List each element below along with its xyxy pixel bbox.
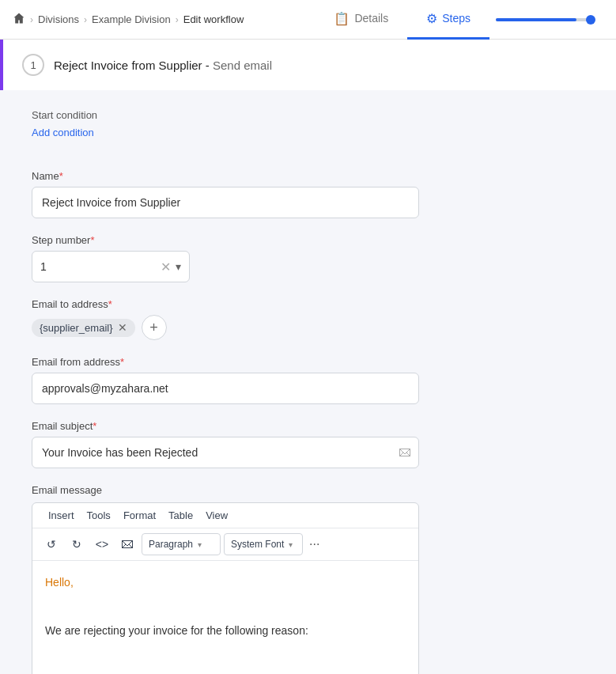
email-to-label: Email to address* bbox=[32, 298, 584, 310]
progress-dot bbox=[586, 15, 595, 25]
email-subject-wrapper: 🖂 bbox=[32, 437, 419, 468]
select-chevron-icon[interactable]: ▾ bbox=[176, 260, 181, 273]
step-title: Reject Invoice from Supplier - Send emai… bbox=[54, 59, 272, 72]
email-to-tag-remove[interactable]: ✕ bbox=[118, 322, 127, 333]
email-to-tag-value: {supplier_email} bbox=[40, 322, 113, 334]
select-clear-icon[interactable]: ✕ bbox=[161, 259, 171, 275]
step-number-field-group: Step number* 1 ✕ ▾ bbox=[32, 234, 584, 282]
email-to-field-group: Email to address* {supplier_email} ✕ + bbox=[32, 298, 584, 340]
breadcrumb-example-division[interactable]: Example Division bbox=[92, 13, 171, 25]
menu-table[interactable]: Table bbox=[162, 508, 199, 523]
select-icons: ✕ ▾ bbox=[161, 259, 181, 275]
step-header: 1 Reject Invoice from Supplier - Send em… bbox=[0, 40, 616, 90]
editor-line-variable: {internal_comments} bbox=[45, 670, 406, 674]
email-subject-label: Email subject* bbox=[32, 420, 584, 432]
email-from-label: Email from address* bbox=[32, 356, 584, 368]
start-condition-group: Start condition Add condition bbox=[32, 109, 584, 154]
details-icon: 📋 bbox=[334, 11, 350, 26]
editor-toolbar: ↺ ↻ <> 🖂 Paragraph ▾ System Font ▾ ··· bbox=[32, 528, 418, 561]
steps-icon: ⚙ bbox=[426, 11, 437, 26]
breadcrumb-separator-1: › bbox=[30, 14, 33, 25]
tab-details[interactable]: 📋 Details bbox=[315, 0, 407, 40]
top-nav: › Divisions › Example Division › Edit wo… bbox=[0, 0, 616, 40]
breadcrumb-separator-2: › bbox=[84, 14, 87, 25]
email-to-required: * bbox=[108, 298, 112, 310]
name-field-group: Name* bbox=[32, 170, 584, 218]
editor-container: Insert Tools Format Table View ↺ ↻ <> 🖂 … bbox=[32, 502, 419, 674]
step-number-select[interactable]: 1 ✕ ▾ bbox=[32, 251, 190, 282]
email-from-field-group: Email from address* bbox=[32, 356, 584, 404]
name-required: * bbox=[59, 170, 63, 182]
redo-button[interactable]: ↻ bbox=[66, 533, 88, 555]
font-chevron-icon: ▾ bbox=[289, 540, 293, 549]
undo-button[interactable]: ↺ bbox=[40, 533, 62, 555]
name-input[interactable] bbox=[32, 187, 419, 218]
step-type-separator: - bbox=[206, 59, 213, 72]
step-type: Send email bbox=[213, 59, 272, 72]
form-area: Start condition Add condition Name* Step… bbox=[0, 90, 616, 674]
subject-stamp-icon: 🖂 bbox=[399, 445, 411, 460]
paragraph-chevron-icon: ▾ bbox=[198, 540, 202, 549]
editor-menu: Insert Tools Format Table View bbox=[32, 503, 418, 528]
email-to-tag: {supplier_email} ✕ bbox=[32, 319, 135, 337]
font-label: System Font bbox=[231, 539, 284, 550]
add-condition-link[interactable]: Add condition bbox=[32, 127, 94, 138]
home-icon[interactable] bbox=[13, 12, 25, 27]
paragraph-select[interactable]: Paragraph ▾ bbox=[142, 533, 221, 555]
menu-view[interactable]: View bbox=[199, 508, 234, 523]
email-from-required: * bbox=[120, 356, 124, 368]
stamp-button[interactable]: 🖂 bbox=[116, 533, 138, 555]
step-number-badge: 1 bbox=[22, 54, 44, 76]
email-from-input[interactable] bbox=[32, 373, 419, 404]
font-select[interactable]: System Font ▾ bbox=[224, 533, 303, 555]
tab-steps[interactable]: ⚙ Steps bbox=[407, 0, 489, 40]
breadcrumb: › Divisions › Example Division › Edit wo… bbox=[13, 12, 244, 27]
start-condition-label: Start condition bbox=[32, 109, 584, 121]
editor-line-hello: Hello, bbox=[45, 574, 406, 591]
code-button[interactable]: <> bbox=[91, 533, 113, 555]
email-to-tags-area: {supplier_email} ✕ + bbox=[32, 315, 419, 340]
menu-format[interactable]: Format bbox=[117, 508, 162, 523]
breadcrumb-divisions[interactable]: Divisions bbox=[38, 13, 79, 25]
editor-line-reason: We are rejecting your invoice for the fo… bbox=[45, 622, 406, 639]
main-content: 1 Reject Invoice from Supplier - Send em… bbox=[0, 40, 616, 674]
email-message-field-group: Email message Insert Tools Format Table … bbox=[32, 484, 584, 674]
menu-insert[interactable]: Insert bbox=[42, 508, 81, 523]
email-message-label: Email message bbox=[32, 484, 584, 496]
more-button[interactable]: ··· bbox=[306, 537, 323, 551]
email-subject-field-group: Email subject* 🖂 bbox=[32, 420, 584, 468]
progress-fill bbox=[496, 18, 576, 21]
editor-body[interactable]: Hello, We are rejecting your invoice for… bbox=[32, 561, 418, 674]
breadcrumb-separator-3: › bbox=[176, 14, 179, 25]
email-subject-required: * bbox=[93, 420, 96, 432]
menu-tools[interactable]: Tools bbox=[81, 508, 117, 523]
tab-steps-label: Steps bbox=[442, 12, 471, 25]
editor-line-blank2 bbox=[45, 646, 406, 663]
progress-track bbox=[496, 18, 591, 21]
step-name: Reject Invoice from Supplier bbox=[54, 59, 202, 72]
tabs: 📋 Details ⚙ Steps bbox=[315, 0, 489, 40]
step-number-label: Step number* bbox=[32, 234, 584, 246]
step-number-required: * bbox=[90, 234, 94, 246]
tab-details-label: Details bbox=[354, 12, 388, 25]
progress-bar-container bbox=[489, 18, 603, 21]
email-to-add-button[interactable]: + bbox=[142, 315, 167, 340]
editor-line-blank1 bbox=[45, 597, 406, 615]
email-subject-input[interactable] bbox=[32, 437, 419, 468]
name-label: Name* bbox=[32, 170, 584, 182]
breadcrumb-edit-workflow: Edit workflow bbox=[183, 13, 244, 25]
paragraph-label: Paragraph bbox=[149, 539, 193, 550]
step-number-value: 1 bbox=[40, 260, 47, 273]
